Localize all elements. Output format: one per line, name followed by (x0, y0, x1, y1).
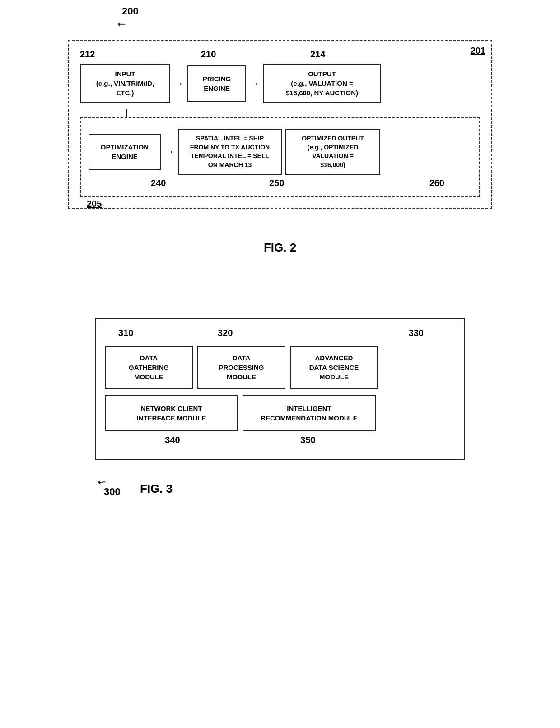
fig3-data-processing-box: DATAPROCESSINGMODULE (197, 346, 285, 389)
fig3-label-350: 350 (300, 435, 315, 445)
fig3-top-row: DATAGATHERINGMODULE DATAPROCESSINGMODULE… (105, 346, 455, 389)
fig2-bottom-dashed-box: 205 240 250 260 OPTIMIZATIONENGINE → SPA… (80, 117, 480, 197)
fig2-spatial-intel-box: SPATIAL INTEL = SHIPFROM NY TO TX AUCTIO… (178, 129, 282, 175)
fig2-arrow-1: → (174, 78, 184, 89)
fig2-section: 200 ↙ 201 212 210 214 INPUT (e.g., VIN/T… (27, 18, 533, 255)
fig3-network-client-box: NETWORK CLIENTINTERFACE MODULE (105, 395, 238, 431)
fig2-connector-v (126, 109, 127, 118)
fig2-outer-box: 201 212 210 214 INPUT (e.g., VIN/TRIM/ID… (68, 40, 492, 209)
fig3-main-label: 300 (104, 486, 121, 498)
fig2-label-205: 205 (87, 199, 102, 209)
fig3-intelligent-recommendation-box: INTELLIGENTRECOMMENDATION MODULE (243, 395, 376, 431)
fig3-bottom-row: NETWORK CLIENTINTERFACE MODULE INTELLIGE… (105, 395, 455, 431)
fig3-caption: FIG. 3 (140, 482, 173, 496)
fig2-input-box: INPUT (e.g., VIN/TRIM/ID, ETC.) (80, 64, 170, 103)
fig2-optimization-engine-box: OPTIMIZATIONENGINE (89, 134, 161, 170)
fig2-label-250: 250 (269, 178, 284, 188)
fig2-optimized-output-box: OPTIMIZED OUTPUT(e.g., OPTIMIZEDVALUATIO… (285, 129, 380, 175)
fig2-arrow-2: → (250, 78, 260, 89)
fig3-section: 310 320 330 DATAGATHERINGMODULE DATAPROC… (27, 300, 533, 496)
fig2-arrow-3: → (164, 146, 174, 158)
fig2-pricing-engine-box: PRICING ENGINE (187, 65, 246, 102)
fig3-data-gathering-box: DATAGATHERINGMODULE (105, 346, 193, 389)
fig3-advanced-data-science-box: ADVANCEDDATA SCIENCEMODULE (290, 346, 378, 389)
fig2-label-212: 212 (80, 49, 95, 60)
fig3-label-340: 340 (165, 435, 180, 445)
fig2-label-214: 214 (310, 49, 325, 60)
fig3-label-310: 310 (118, 328, 133, 338)
fig2-output-box: OUTPUT(e.g., VALUATION =$15,600, NY AUCT… (263, 64, 381, 103)
fig2-label-240: 240 (151, 178, 166, 188)
fig2-label-260: 260 (429, 178, 444, 188)
fig3-label-320: 320 (218, 328, 233, 338)
fig2-label-210: 210 (201, 49, 216, 60)
fig2-main-label: 200 (122, 5, 139, 17)
fig3-outer-box: 310 320 330 DATAGATHERINGMODULE DATAPROC… (95, 318, 465, 460)
fig2-label-201: 201 (471, 46, 485, 56)
fig2-caption: FIG. 2 (264, 241, 296, 255)
fig3-label-330: 330 (409, 328, 424, 338)
fig2-arrow-indicator: ↙ (114, 17, 128, 31)
